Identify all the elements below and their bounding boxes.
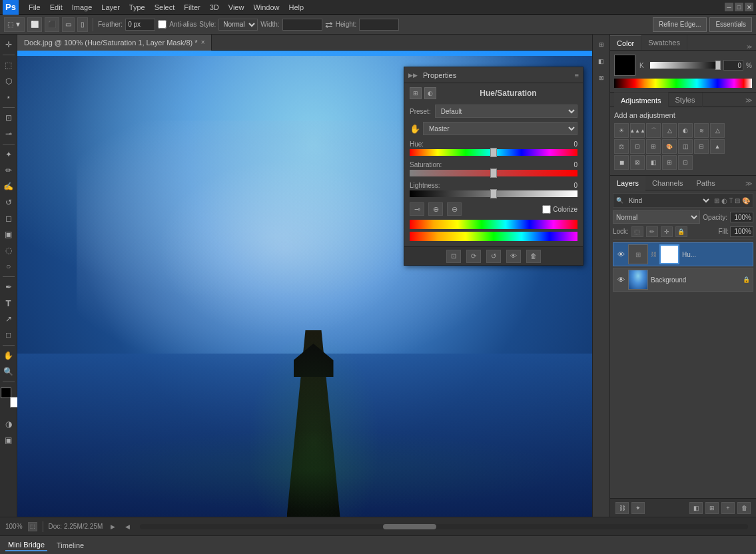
tab-channels[interactable]: Channels xyxy=(645,176,689,190)
reset-btn[interactable]: ↺ xyxy=(486,250,501,263)
marquee-tool[interactable]: ⬚ ▼ xyxy=(4,17,25,32)
add-mask-btn[interactable]: ◧ xyxy=(689,502,703,514)
minimize-button[interactable]: ─ xyxy=(725,3,733,11)
menu-filter[interactable]: Filter xyxy=(179,0,204,15)
fill-input[interactable] xyxy=(730,226,753,237)
k-value-input[interactable] xyxy=(723,60,743,71)
new-layer-btn[interactable]: + xyxy=(721,502,735,514)
restore-button[interactable]: □ xyxy=(735,3,743,11)
status-icon-btn[interactable]: ⬚ xyxy=(28,522,37,531)
status-scroll-thumb[interactable] xyxy=(383,524,436,529)
add-style-btn[interactable]: ✦ xyxy=(631,502,645,514)
light-track[interactable] xyxy=(410,190,577,197)
blur-tool[interactable]: ◌ xyxy=(1,243,16,258)
link-layers-btn[interactable]: ⛓ xyxy=(615,502,629,514)
adj-icon-exposure[interactable]: △ xyxy=(662,123,677,138)
adj-icon-levels[interactable]: ▲▲▲ xyxy=(630,123,645,138)
swap-icon[interactable]: ⇄ xyxy=(325,19,333,30)
layer-vis-bg[interactable]: 👁 xyxy=(616,275,625,284)
layers-expand-icon[interactable]: ≫ xyxy=(745,180,752,187)
adj-icon-selective[interactable]: ⊠ xyxy=(630,155,645,170)
eyedropper-plus-btn[interactable]: ⊕ xyxy=(428,202,443,216)
delete-layer-btn[interactable]: 🗑 xyxy=(737,502,751,514)
menu-layer[interactable]: Layer xyxy=(97,0,125,15)
adj-icon-posterize[interactable]: ⊟ xyxy=(694,139,709,154)
sat-thumb[interactable] xyxy=(490,168,497,178)
dodge-tool[interactable]: ○ xyxy=(1,259,16,274)
properties-menu-icon[interactable]: ≡ xyxy=(575,71,579,79)
k-slider-thumb[interactable] xyxy=(715,61,721,70)
clip-to-layer-btn[interactable]: ⊡ xyxy=(446,250,461,263)
tab-styles[interactable]: Styles xyxy=(669,93,703,107)
delete-adj-btn[interactable]: 🗑 xyxy=(526,250,541,263)
lock-brush[interactable]: ✏ xyxy=(646,226,658,237)
opacity-input[interactable] xyxy=(730,212,753,222)
adj-icon-colorlookup[interactable]: 🎨 xyxy=(662,139,677,154)
adj-icon-gradientfill[interactable]: ⊞ xyxy=(662,155,677,170)
marquee-tool-v[interactable]: ⬚ xyxy=(1,58,16,73)
text-tool[interactable]: T xyxy=(1,296,16,310)
menu-help[interactable]: Help xyxy=(284,0,309,15)
adj-icon-threshold[interactable]: ▲ xyxy=(710,139,725,154)
canvas-tab-close[interactable]: × xyxy=(201,39,205,46)
shape-tool[interactable]: □ xyxy=(1,328,16,342)
tool-rect[interactable]: ⬜ xyxy=(27,17,42,32)
eyedropper-tool[interactable]: ⊸ xyxy=(1,127,16,141)
path-tool[interactable]: ↗ xyxy=(1,312,16,326)
adj-icon-bw[interactable]: ⚖ xyxy=(614,139,629,154)
play-btn[interactable]: ▶ xyxy=(108,522,117,531)
adj-icon-channelmix[interactable]: ⊞ xyxy=(646,139,661,154)
panel-icon-1[interactable]: ⊞ xyxy=(594,37,609,52)
adj-icon-vibrance[interactable]: ◐ xyxy=(678,123,693,138)
anti-alias-checkbox[interactable] xyxy=(158,20,167,29)
menu-3d[interactable]: 3D xyxy=(205,0,224,15)
close-button[interactable]: ✕ xyxy=(745,3,753,11)
new-group-btn[interactable]: ⊞ xyxy=(705,502,719,514)
layer-vis-hue[interactable]: 👁 xyxy=(616,250,625,259)
screen-mode-btn[interactable]: ▣ xyxy=(1,433,16,447)
color-spectrum-bar[interactable] xyxy=(614,79,752,88)
lasso-tool[interactable]: ⬡ xyxy=(1,74,16,89)
height-input[interactable] xyxy=(359,19,399,31)
tab-swatches[interactable]: Swatches xyxy=(641,35,687,50)
brush-tool[interactable]: ✏ xyxy=(1,163,16,178)
adj-icon-solid[interactable]: ◧ xyxy=(646,155,661,170)
menu-image[interactable]: Image xyxy=(67,0,97,15)
gradient-tool[interactable]: ▣ xyxy=(1,227,16,242)
menu-select[interactable]: Select xyxy=(150,0,180,15)
adj-icon-photofilter[interactable]: ⊡ xyxy=(630,139,645,154)
panel-icon-2[interactable]: ◧ xyxy=(594,54,609,69)
eyedropper-minus-btn[interactable]: ⊖ xyxy=(447,202,462,216)
colorize-checkbox[interactable] xyxy=(542,205,551,214)
preset-select[interactable]: Default xyxy=(435,105,577,118)
canvas-content[interactable]: ▶▶ Properties ≡ ⊞ ◐ Hue/Saturation Pres xyxy=(17,51,609,517)
tab-adjustments[interactable]: Adjustments xyxy=(614,93,669,107)
essentials-button[interactable]: Essentials xyxy=(709,17,752,32)
adj-icon-gradient[interactable]: ◼ xyxy=(614,155,629,170)
tab-color[interactable]: Color xyxy=(610,35,641,50)
back-btn[interactable]: ◀ xyxy=(123,522,132,531)
canvas-tab[interactable]: Dock.jpg @ 100% (Hue/Saturation 1, Layer… xyxy=(17,35,212,51)
tool-single-row[interactable]: ▭ xyxy=(62,17,75,32)
hue-track[interactable] xyxy=(410,149,577,156)
light-thumb[interactable] xyxy=(490,189,497,198)
clone-tool[interactable]: ✍ xyxy=(1,179,16,194)
lock-all[interactable]: 🔒 xyxy=(675,226,687,237)
color-preview-swatch[interactable] xyxy=(614,55,635,76)
tab-paths[interactable]: Paths xyxy=(690,176,722,190)
crop-tool[interactable]: ⊡ xyxy=(1,111,16,125)
eraser-tool[interactable]: ◻ xyxy=(1,211,16,226)
adj-icon-pattern[interactable]: ⊡ xyxy=(678,155,693,170)
layer-link-hue[interactable]: ⛓ xyxy=(651,251,657,258)
adj-icon-brightness[interactable]: ☀ xyxy=(614,123,629,138)
lock-move[interactable]: ✛ xyxy=(661,226,673,237)
refine-edge-button[interactable]: Refine Edge... xyxy=(653,17,707,32)
toggle-vis-btn[interactable]: 👁 xyxy=(506,250,521,263)
magic-wand-tool[interactable]: ⋆ xyxy=(1,90,16,105)
hand-icon[interactable]: ✋ xyxy=(410,124,420,134)
hand-tool[interactable]: ✋ xyxy=(1,348,16,363)
adj-icon-invert[interactable]: ◫ xyxy=(678,139,693,154)
pen-tool[interactable]: ✒ xyxy=(1,280,16,294)
history-brush[interactable]: ↺ xyxy=(1,195,16,210)
tool-round-rect[interactable]: ⬛ xyxy=(45,17,59,32)
